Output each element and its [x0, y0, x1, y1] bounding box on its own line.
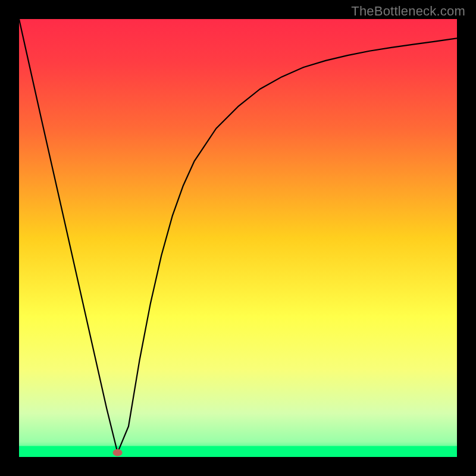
gradient-background	[19, 19, 457, 457]
optimum-marker	[113, 449, 123, 456]
chart-frame: TheBottleneck.com	[0, 0, 476, 476]
watermark-text: TheBottleneck.com	[351, 4, 465, 19]
chart-canvas	[19, 19, 457, 457]
green-band	[19, 446, 457, 457]
plot-area	[19, 19, 457, 457]
